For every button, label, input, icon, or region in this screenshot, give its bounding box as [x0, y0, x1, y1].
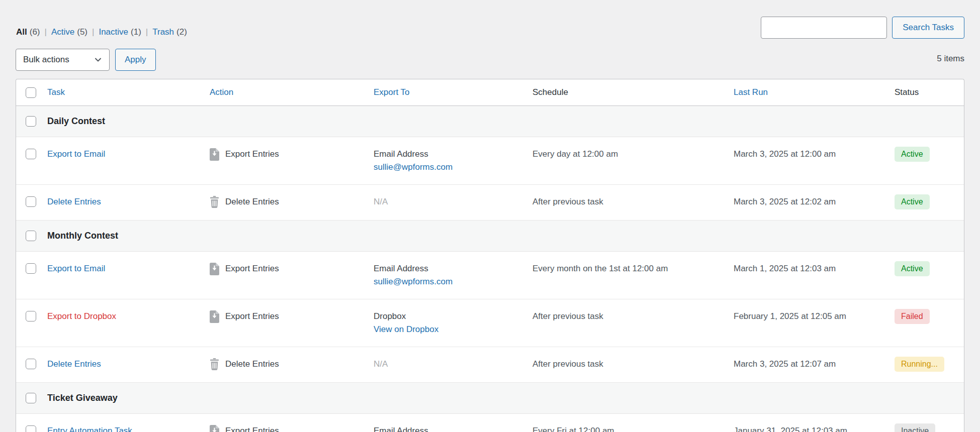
filter-trash-link[interactable]: Trash [152, 27, 174, 37]
table-row: Entry Automation Task Export Entries Ema… [16, 414, 964, 432]
table-row: Export to Email Export Entries Email Add… [16, 137, 964, 185]
filter-all: All(6) [16, 27, 40, 37]
schedule-text: Every month on the 1st at 12:00 am [526, 252, 727, 299]
filter-active-link[interactable]: Active [51, 27, 74, 37]
top-bar: All(6) | Active(5) | Inactive(1) | Trash… [16, 0, 964, 49]
bulk-actions-select[interactable]: Bulk actions [16, 49, 110, 71]
export-to-link[interactable]: View on Dropbox [374, 323, 526, 336]
status-badge: Active [895, 261, 930, 276]
bulk-actions-selected-value: Bulk actions [23, 55, 69, 65]
filter-inactive-count: (1) [131, 27, 141, 37]
task-name-link[interactable]: Export to Email [47, 149, 105, 159]
file-export-icon [210, 310, 219, 336]
actions-bar: Bulk actions Apply 5 items [16, 49, 964, 79]
tasks-page: All(6) | Active(5) | Inactive(1) | Trash… [0, 0, 980, 432]
task-name-link[interactable]: Export to Dropbox [47, 311, 116, 321]
group-title: Ticket Giveaway [41, 393, 118, 403]
schedule-text: After previous task [526, 299, 727, 347]
filter-trash: Trash(2) [152, 27, 187, 37]
file-export-icon [210, 263, 219, 288]
last-run-text: March 3, 2025 at 12:07 am [727, 347, 888, 382]
table-header: Task Action Export To Schedule Last Run … [16, 79, 964, 106]
status-badge: Running... [895, 357, 944, 372]
filter-separator: | [146, 27, 148, 37]
filter-all-link[interactable]: All [16, 27, 27, 37]
action-label: Export Entries [225, 148, 279, 174]
export-to-label: Email Address [374, 424, 526, 432]
export-to-label: Email Address [374, 262, 526, 275]
export-to-label: Email Address [374, 148, 526, 161]
status-badge: Active [895, 194, 930, 209]
export-to-label: N/A [374, 358, 526, 371]
filter-separator: | [45, 27, 47, 37]
row-checkbox[interactable] [26, 425, 36, 432]
action-label: Export Entries [225, 424, 279, 432]
row-checkbox[interactable] [26, 311, 36, 321]
chevron-down-icon [94, 56, 102, 64]
action-label: Export Entries [225, 310, 279, 336]
group-title: Monthly Contest [41, 231, 118, 241]
export-to-label: N/A [374, 195, 526, 208]
table-row: Delete Entries Delete Entries N/A After … [16, 185, 964, 221]
export-to-link[interactable]: sullie@wpforms.com [374, 275, 526, 288]
status-badge: Failed [895, 309, 930, 324]
group-row: Daily Contest [16, 106, 964, 137]
search-input[interactable] [761, 17, 887, 39]
group-checkbox[interactable] [26, 231, 36, 241]
column-header-export-to[interactable]: Export To [367, 87, 526, 97]
table-row: Delete Entries Delete Entries N/A After … [16, 347, 964, 383]
filter-separator: | [92, 27, 94, 37]
row-checkbox[interactable] [26, 359, 36, 369]
row-checkbox[interactable] [26, 196, 36, 207]
status-filters: All(6) | Active(5) | Inactive(1) | Trash… [16, 27, 187, 37]
task-name-link[interactable]: Export to Email [47, 264, 105, 273]
task-name-link[interactable]: Entry Automation Task [47, 426, 132, 432]
status-badge: Inactive [895, 423, 935, 432]
action-label: Delete Entries [225, 195, 279, 209]
action-label: Export Entries [225, 262, 279, 288]
row-checkbox[interactable] [26, 263, 36, 274]
bulk-actions: Bulk actions Apply [16, 49, 156, 71]
task-name-link[interactable]: Delete Entries [47, 359, 101, 369]
search-tasks-button[interactable]: Search Tasks [892, 17, 964, 39]
last-run-text: March 3, 2025 at 12:02 am [727, 185, 888, 220]
last-run-text: January 31, 2025 at 12:03 am [727, 414, 888, 432]
export-to-link[interactable]: sullie@wpforms.com [374, 161, 526, 174]
header-checkbox-cell [16, 87, 41, 98]
filter-active-count: (5) [77, 27, 87, 37]
column-header-action[interactable]: Action [203, 87, 367, 97]
filter-inactive: Inactive(1) [99, 27, 141, 37]
schedule-text: Every Fri at 12:00 am [526, 414, 727, 432]
status-badge: Active [895, 147, 930, 162]
schedule-text: Every day at 12:00 am [526, 137, 727, 184]
task-name-link[interactable]: Delete Entries [47, 197, 101, 206]
group-row: Ticket Giveaway [16, 383, 964, 414]
last-run-text: March 1, 2025 at 12:03 am [727, 252, 888, 299]
row-checkbox[interactable] [26, 149, 36, 159]
filter-active: Active(5) [51, 27, 87, 37]
group-checkbox[interactable] [26, 393, 36, 403]
table-body: Daily Contest Export to Email Export Ent… [16, 106, 964, 432]
apply-button[interactable]: Apply [115, 49, 156, 71]
column-header-task[interactable]: Task [41, 87, 203, 97]
column-header-status: Status [888, 87, 964, 97]
group-checkbox[interactable] [26, 116, 36, 127]
select-all-checkbox[interactable] [26, 87, 36, 98]
file-export-icon [210, 148, 219, 174]
filter-inactive-link[interactable]: Inactive [99, 27, 128, 37]
table-row: Export to Email Export Entries Email Add… [16, 252, 964, 299]
items-count: 5 items [937, 52, 964, 65]
action-label: Delete Entries [225, 358, 279, 372]
search-box: Search Tasks [761, 17, 964, 39]
trash-icon [210, 358, 219, 372]
last-run-text: February 1, 2025 at 12:05 am [727, 299, 888, 347]
group-title: Daily Contest [41, 116, 105, 127]
schedule-text: After previous task [526, 185, 727, 220]
tasks-table: Task Action Export To Schedule Last Run … [16, 79, 964, 432]
table-row: Export to Dropbox Export Entries Dropbox… [16, 299, 964, 347]
group-row: Monthly Contest [16, 221, 964, 252]
export-to-label: Dropbox [374, 310, 526, 323]
column-header-last-run[interactable]: Last Run [727, 87, 888, 97]
last-run-text: March 3, 2025 at 12:00 am [727, 137, 888, 184]
trash-icon [210, 196, 219, 209]
